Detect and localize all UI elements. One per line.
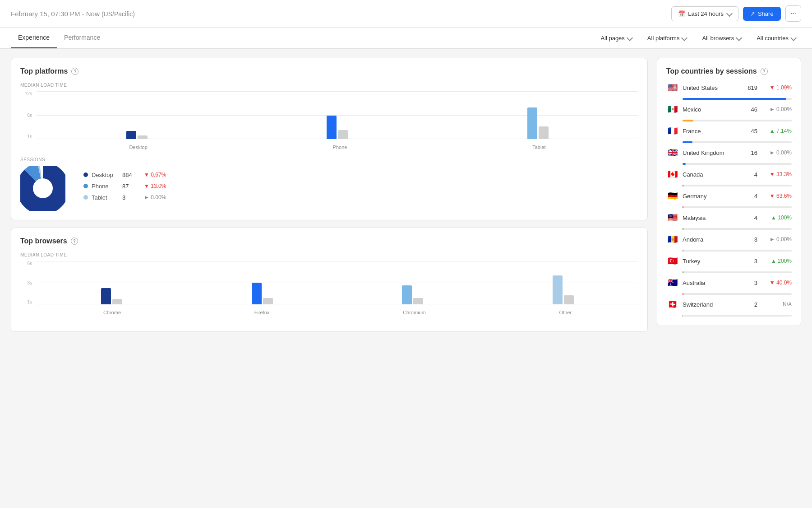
top-countries-title-text: Top countries by sessions bbox=[666, 67, 757, 75]
country-row-uk: 🇬🇧 United Kingdom 16 ► 0.00% bbox=[666, 148, 792, 158]
more-button[interactable]: ··· bbox=[785, 5, 801, 22]
x-label-firefox: Firefox bbox=[254, 310, 270, 315]
chrome-primary-bar bbox=[101, 288, 111, 304]
y-label-6s: 6s bbox=[27, 113, 32, 118]
country-row-us: 🇺🇸 United States 819 ▼ 1.09% bbox=[666, 83, 792, 93]
x-label-chrome: Chrome bbox=[103, 310, 121, 315]
desktop-bar-group bbox=[126, 131, 148, 139]
svg-point-0 bbox=[25, 170, 61, 206]
tablet-secondary-bar bbox=[539, 126, 549, 139]
country-count-us: 819 bbox=[747, 84, 757, 91]
flag-ch: 🇨🇭 bbox=[666, 299, 679, 309]
country-au: 🇦🇺 Australia 3 ▼ 40.0% bbox=[666, 278, 792, 295]
country-tr: 🇹🇷 Turkey 3 ▲ 200% bbox=[666, 256, 792, 273]
country-row-fr: 🇫🇷 France 45 ▲ 7.14% bbox=[666, 126, 792, 136]
countries-help-icon[interactable]: ? bbox=[761, 68, 768, 75]
country-mx: 🇲🇽 Mexico 46 ► 0.00% bbox=[666, 104, 792, 121]
top-countries-title: Top countries by sessions ? bbox=[666, 67, 792, 75]
country-change-tr: ▲ 200% bbox=[765, 258, 792, 264]
platforms-bars bbox=[37, 91, 638, 139]
nav-tabs: Experience Performance bbox=[11, 28, 107, 48]
country-count-uk: 16 bbox=[747, 149, 757, 156]
top-countries-card: Top countries by sessions ? 🇺🇸 United St… bbox=[657, 58, 801, 326]
y-label-1s: 1s bbox=[27, 134, 32, 139]
chevron-browsers-icon bbox=[736, 35, 742, 41]
x-label-other: Other bbox=[559, 310, 572, 315]
country-us: 🇺🇸 United States 819 ▼ 1.09% bbox=[666, 83, 792, 100]
sessions-legend: Desktop 884 ▼ 0.67% Phone 87 ▼ 13.0% Tab… bbox=[83, 172, 166, 205]
sessions-section: Desktop 884 ▼ 0.67% Phone 87 ▼ 13.0% Tab… bbox=[20, 166, 638, 211]
left-panel: Top platforms ? MEDIAN LOAD TIME 12s 6s … bbox=[11, 58, 648, 332]
country-name-ch: Switzerland bbox=[683, 301, 743, 308]
phone-primary-bar bbox=[327, 116, 337, 139]
flag-ad: 🇦🇩 bbox=[666, 234, 679, 244]
tablet-primary-bar bbox=[527, 107, 537, 139]
top-bar: February 15, 07:30 PM - Now (US/Pacific)… bbox=[0, 0, 812, 28]
legend-count-desktop: 884 bbox=[122, 172, 140, 178]
legend-change-phone: ▼ 13.0% bbox=[144, 183, 166, 189]
firefox-bar-group bbox=[252, 283, 273, 304]
tab-performance[interactable]: Performance bbox=[57, 28, 107, 48]
platforms-help-icon[interactable]: ? bbox=[71, 68, 78, 75]
country-count-my: 4 bbox=[747, 214, 757, 221]
country-name-mx: Mexico bbox=[683, 106, 743, 113]
flag-my: 🇲🇾 bbox=[666, 213, 679, 223]
country-uk: 🇬🇧 United Kingdom 16 ► 0.00% bbox=[666, 148, 792, 165]
filter-pages[interactable]: All pages bbox=[595, 31, 637, 45]
platforms-x-labels: Desktop Phone Tablet bbox=[37, 144, 638, 150]
legend-change-desktop: ▼ 0.67% bbox=[144, 172, 166, 178]
chromium-bar-group bbox=[402, 285, 423, 304]
other-bar-group bbox=[553, 275, 574, 304]
nav-filters: All pages All platforms All browsers All… bbox=[595, 31, 801, 45]
country-de: 🇩🇪 Germany 4 ▼ 63.6% bbox=[666, 191, 792, 208]
filter-countries[interactable]: All countries bbox=[751, 31, 801, 45]
browsers-y-label-6s: 6s bbox=[27, 261, 32, 266]
flag-uk: 🇬🇧 bbox=[666, 148, 679, 158]
share-button[interactable]: ↗ Share bbox=[743, 7, 781, 21]
sessions-pie-chart bbox=[20, 166, 65, 211]
phone-secondary-bar bbox=[338, 130, 348, 139]
chevron-countries-icon bbox=[790, 35, 797, 41]
top-platforms-title: Top platforms ? bbox=[20, 67, 638, 75]
country-fr: 🇫🇷 France 45 ▲ 7.14% bbox=[666, 126, 792, 143]
country-row-mx: 🇲🇽 Mexico 46 ► 0.00% bbox=[666, 104, 792, 114]
country-name-au: Australia bbox=[683, 280, 743, 286]
country-count-mx: 46 bbox=[747, 106, 757, 113]
timezone-text: (US/Pacific) bbox=[102, 10, 135, 18]
country-row-ch: 🇨🇭 Switzerland 2 N/A bbox=[666, 299, 792, 309]
country-change-de: ▼ 63.6% bbox=[765, 193, 792, 199]
flag-fr: 🇫🇷 bbox=[666, 126, 679, 136]
country-count-au: 3 bbox=[747, 280, 757, 286]
firefox-primary-bar bbox=[252, 283, 262, 304]
country-row-my: 🇲🇾 Malaysia 4 ▲ 100% bbox=[666, 213, 792, 223]
platforms-bar-chart: 12s 6s 1s bbox=[20, 91, 638, 150]
legend-phone: Phone 87 ▼ 13.0% bbox=[83, 183, 166, 190]
country-count-de: 4 bbox=[747, 193, 757, 200]
country-row-ad: 🇦🇩 Andorra 3 ► 0.00% bbox=[666, 234, 792, 244]
flag-de: 🇩🇪 bbox=[666, 191, 679, 201]
browsers-y-label-1s: 1s bbox=[27, 299, 32, 304]
country-change-my: ▲ 100% bbox=[765, 214, 792, 221]
filter-platforms[interactable]: All platforms bbox=[642, 31, 692, 45]
country-name-de: Germany bbox=[683, 193, 743, 200]
browsers-y-label-3s: 3s bbox=[27, 280, 32, 285]
tablet-bar-group bbox=[527, 107, 549, 139]
x-label-desktop: Desktop bbox=[129, 144, 147, 150]
flag-tr: 🇹🇷 bbox=[666, 256, 679, 266]
flag-us: 🇺🇸 bbox=[666, 83, 679, 93]
browsers-median-label: MEDIAN LOAD TIME bbox=[20, 252, 638, 257]
country-count-ch: 2 bbox=[747, 301, 757, 308]
tab-experience[interactable]: Experience bbox=[11, 28, 57, 48]
chrome-bar-group bbox=[101, 288, 122, 304]
browsers-help-icon[interactable]: ? bbox=[71, 238, 78, 245]
desktop-primary-bar bbox=[126, 131, 136, 139]
country-name-tr: Turkey bbox=[683, 258, 743, 265]
y-label-12s: 12s bbox=[25, 91, 32, 96]
country-name-uk: United Kingdom bbox=[683, 149, 743, 156]
flag-au: 🇦🇺 bbox=[666, 278, 679, 288]
flag-mx: 🇲🇽 bbox=[666, 104, 679, 114]
legend-count-tablet: 3 bbox=[122, 194, 140, 201]
legend-change-tablet: ► 0.00% bbox=[144, 194, 166, 200]
time-range-button[interactable]: 📅 Last 24 hours bbox=[671, 6, 738, 21]
filter-browsers[interactable]: All browsers bbox=[697, 31, 747, 45]
